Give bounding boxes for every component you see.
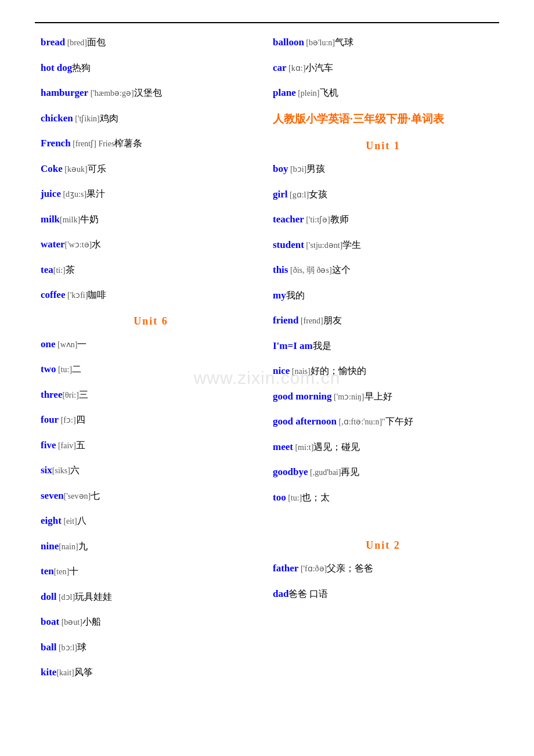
word-english: my [273, 290, 286, 301]
unit1-title: Unit 1 [273, 140, 493, 152]
word-chinese: 下午好 [385, 416, 413, 426]
word-phonetic: [kəuk] [63, 165, 88, 174]
word-english: seven [41, 490, 64, 501]
word-phonetic: [bɔ:l] [56, 643, 77, 652]
word-chinese: 果汁 [86, 189, 105, 199]
word-chinese: 我的 [286, 290, 305, 300]
word-chinese: 五 [76, 440, 85, 450]
word-phonetic: [tu:] [56, 365, 72, 374]
word-entry: nine[nain]九 [41, 539, 261, 554]
word-phonetic: [dʒu:s] [61, 190, 86, 199]
word-entry: kite[kait]风筝 [41, 665, 261, 680]
word-entry: teacher ['ti:tʃə]教师 [273, 212, 493, 227]
word-english: one [41, 339, 56, 350]
word-phonetic: [bəut] [59, 618, 82, 627]
word-english: father [273, 563, 298, 574]
word-chinese: 八 [77, 516, 86, 525]
word-phonetic: [eit] [62, 517, 77, 525]
word-chinese: 牛奶 [80, 214, 99, 224]
word-chinese: 早上好 [365, 391, 392, 401]
word-chinese: 七 [91, 491, 100, 501]
word-english: good morning [273, 391, 332, 402]
word-chinese: 二 [72, 364, 81, 374]
word-entry: girl [gɑ:l]女孩 [273, 187, 493, 202]
word-phonetic: ['wɔ:tə] [65, 240, 92, 249]
word-entry: this [ðis, 弱 ðəs]这个 [273, 262, 493, 278]
word-chinese: 可乐 [88, 164, 106, 174]
word-chinese: 这个 [332, 265, 351, 275]
word-phonetic: [ti:] [53, 266, 66, 275]
word-chinese: 小汽车 [305, 63, 333, 73]
word-phonetic: [bred] [65, 38, 87, 47]
word-chinese: 九 [78, 541, 88, 551]
word-phonetic: [nais] [290, 367, 310, 376]
word-phonetic: [,gud'bai] [308, 468, 341, 477]
word-phonetic: ['tʃikin] [73, 114, 100, 123]
word-entry: good morning ['mɔ:niŋ]早上好 [273, 389, 493, 404]
word-english: goodbye [273, 466, 308, 477]
word-english: ball [41, 642, 56, 653]
word-chinese: 水 [92, 239, 101, 249]
word-chinese: 教师 [330, 214, 349, 224]
left-column: bread [bred]面包hot dog热狗hamburger ['hæmbə… [35, 35, 267, 690]
word-entry: four [fɔ:]四 [41, 412, 261, 427]
word-english: five [41, 440, 56, 451]
unit6-title: Unit 6 [41, 315, 261, 327]
word-english: too [273, 492, 286, 503]
word-chinese: 朋友 [323, 315, 342, 325]
word-phonetic: ['kɔfi] [65, 291, 88, 300]
word-english: milk [41, 214, 60, 225]
word-entry: five [faiv]五 [41, 438, 261, 453]
word-phonetic: [ðis, 弱 ðəs] [288, 266, 331, 275]
word-entry: car [kɑ:]小汽车 [273, 60, 493, 75]
word-phonetic: [milk] [60, 215, 80, 224]
word-chinese: 女孩 [309, 189, 327, 199]
word-chinese: 飞机 [320, 88, 338, 98]
word-chinese: 爸爸 口语 [288, 589, 328, 599]
word-english: hamburger [41, 87, 88, 98]
word-english: student [273, 239, 304, 250]
word-phonetic: [gɑ:l] [288, 190, 309, 199]
word-chinese: 球 [77, 642, 86, 652]
word-chinese: 玩具娃娃 [75, 592, 112, 602]
word-entry: one [wʌn]一 [41, 337, 261, 352]
word-english: French [41, 138, 71, 149]
word-phonetic: [kait] [56, 668, 74, 677]
word-phonetic: ['fɑ:ðə] [298, 564, 327, 573]
word-entry: my我的 [273, 288, 493, 303]
word-entry: ten[ten]十 [41, 564, 261, 579]
word-english: tea [41, 264, 53, 275]
word-entry: coffee ['kɔfi]咖啡 [41, 287, 261, 303]
word-chinese: 面包 [87, 37, 106, 47]
word-phonetic: [dɔl] [56, 593, 75, 602]
word-entry: good afternoon [,ɑ:ftə:'nu:n]"下午好 [273, 414, 493, 429]
word-english: I'm=I am [273, 340, 313, 351]
word-entry: ball [bɔ:l]球 [41, 640, 261, 655]
word-phonetic: ['mɔ:niŋ] [332, 393, 365, 401]
word-english: two [41, 363, 56, 375]
word-phonetic: [tu:] [286, 494, 302, 502]
right-column: balloon [bə'lu:n]气球car [kɑ:]小汽车plane [pl… [267, 35, 499, 690]
word-english: teacher [273, 214, 304, 225]
word-phonetic: [mi:t] [293, 443, 313, 452]
word-english: nice [273, 365, 290, 376]
word-entry: French [frentʃ] Fries榨薯条 [41, 136, 261, 151]
unit2-title: Unit 2 [273, 539, 493, 552]
word-english: nine [41, 541, 59, 552]
word-phonetic: [kɑ:] [287, 64, 306, 73]
word-entry: seven['sevən]七 [41, 488, 261, 503]
word-chinese: 榨薯条 [114, 138, 142, 148]
word-phonetic: [ten] [54, 567, 69, 576]
word-english: four [41, 414, 59, 425]
word-entry: bread [bred]面包 [41, 35, 261, 50]
word-entry: hamburger ['hæmbə:gə]汉堡包 [41, 85, 261, 100]
word-english: balloon [273, 37, 304, 48]
word-phonetic: [siks] [52, 466, 70, 475]
word-english: ten [41, 566, 54, 577]
word-phonetic: [bə'lu:n] [304, 38, 335, 47]
word-english: good afternoon [273, 416, 337, 427]
word-chinese: 风筝 [74, 667, 93, 677]
word-chinese: 气球 [335, 37, 353, 47]
word-english: three [41, 389, 62, 400]
word-english: chicken [41, 113, 73, 124]
